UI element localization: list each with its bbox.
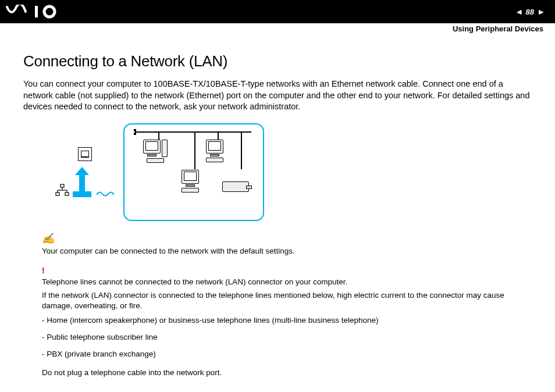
section-label: Using Peripheral Devices <box>453 24 543 33</box>
final-warning: Do not plug a telephone cable into the n… <box>42 368 532 377</box>
network-diagram-box <box>123 123 264 221</box>
network-topology-icon <box>55 183 69 197</box>
vaio-logo <box>6 5 70 19</box>
bullet-home-business: - Home (intercom speakerphone) or busine… <box>42 315 532 326</box>
warning-line-1: Telephone lines cannot be connected to t… <box>42 277 532 288</box>
svg-point-1 <box>44 6 55 17</box>
intro-paragraph: You can connect your computer to 100BASE… <box>23 79 532 113</box>
svg-rect-7 <box>56 193 59 195</box>
svg-rect-0 <box>35 6 38 17</box>
tip-text: Your computer can be connected to the ne… <box>42 247 295 255</box>
cable-icon <box>96 189 115 197</box>
header-bar: ◀ 88 ▶ <box>0 0 555 23</box>
nav-next-icon[interactable]: ▶ <box>539 8 543 16</box>
warning-icon: ! <box>42 266 45 275</box>
svg-rect-2 <box>61 184 64 187</box>
connection-arrow-icon <box>73 167 91 197</box>
nav-prev-icon[interactable]: ◀ <box>517 8 521 16</box>
warning-line-2: If the network (LAN) connector is connec… <box>42 290 532 312</box>
page-nav: ◀ 88 ▶ <box>517 8 543 16</box>
page-title: Connecting to a Network (LAN) <box>23 52 532 70</box>
bullet-pbx: - PBX (private branch exchange) <box>42 349 532 360</box>
note-icon: ✍ <box>42 233 55 244</box>
bullet-public-line: - Public telephone subscriber line <box>42 332 532 343</box>
svg-rect-8 <box>65 193 69 195</box>
lan-diagram <box>55 123 532 221</box>
ethernet-port-icon <box>78 147 92 161</box>
page-number: 88 <box>526 8 534 16</box>
